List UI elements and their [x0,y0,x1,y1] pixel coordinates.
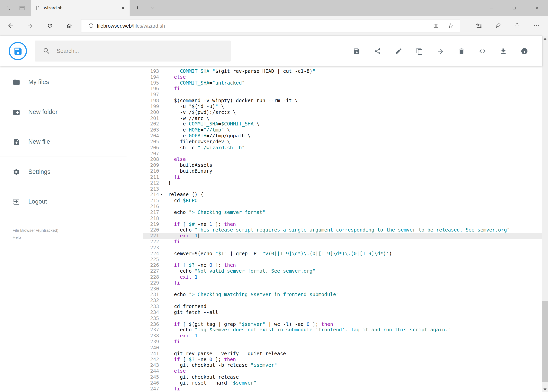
code-line-220[interactable]: 220 echo "This release script requires a… [143,227,542,233]
code-line-245[interactable]: 245 git checkout release [143,374,542,380]
code-line-238[interactable]: 238 exit 1 [143,333,542,339]
tab-list-chevron-icon[interactable] [145,0,160,16]
copy-button[interactable] [409,41,430,62]
code-line-241[interactable]: 241 git rev-parse --verify --quiet relea… [143,350,542,356]
close-button[interactable] [525,0,548,16]
code-line-205[interactable]: 205 filebrowser/dev \ [143,139,542,145]
help-link[interactable]: Help [13,234,143,241]
forward-button[interactable] [20,16,40,36]
code-line-198[interactable]: 198 $(command -v winpty) docker run --rm… [143,98,542,104]
url-text[interactable]: filebrowser.web/files/wizard.sh [97,23,429,28]
save-button[interactable] [346,41,367,62]
code-line-207[interactable]: 207 [143,150,542,156]
code-line-242[interactable]: 242 if [ $? -ne 0 ]; then [143,356,542,362]
code-line-196[interactable]: 196 fi [143,86,542,92]
sidebar-item-my-files[interactable]: My files [0,67,143,97]
code-line-194[interactable]: 194 else [143,74,542,80]
filebrowser-logo[interactable] [9,42,27,60]
code-line-228[interactable]: 228 exit 1 [143,274,542,280]
code-line-199[interactable]: 199 -u "$(id -u)" \ [143,104,542,109]
move-button[interactable] [430,41,451,62]
sidebar-item-settings[interactable]: Settings [0,157,143,187]
code-line-235[interactable]: 235 [143,315,542,321]
favorite-star-icon[interactable] [443,19,458,32]
code-line-211[interactable]: 211 fi [143,174,542,180]
search-bar[interactable] [35,41,231,62]
code-line-195[interactable]: 195 COMMIT_SHA="untracked" [143,80,542,86]
code-line-209[interactable]: 209 buildAssets [143,162,542,168]
scrollbar-thumb[interactable] [542,301,548,382]
code-line-227[interactable]: 227 echo "Not valid semver format. See s… [143,268,542,274]
code-line-243[interactable]: 243 git checkout -b release "$semver" [143,362,542,368]
reading-view-icon[interactable] [429,19,443,32]
hub-favorites-icon[interactable] [469,16,488,36]
scroll-up-icon[interactable] [542,36,548,42]
code-line-226[interactable]: 226 if [ $? -ne 0 ]; then [143,262,542,268]
code-line-212[interactable]: 212} [143,180,542,186]
code-line-213[interactable]: 213 [143,186,542,192]
code-line-236[interactable]: 236 if [ $(git tag | grep "$semver" | wc… [143,321,542,327]
code-line-229[interactable]: 229 fi [143,280,542,286]
info-button[interactable] [514,41,535,62]
code-line-204[interactable]: 204 -e GOPATH=//tmp/gopath \ [143,133,542,139]
code-line-237[interactable]: 237 echo "Tag $semver does not exist in … [143,327,542,333]
code-editor[interactable]: 193 COMMIT_SHA="$(git rev-parse HEAD | c… [143,66,542,392]
code-line-197[interactable]: 197 [143,92,542,98]
code-line-230[interactable]: 230 [143,286,542,292]
code-line-217[interactable]: 217 echo "> Checking semver format" [143,210,542,215]
rename-button[interactable] [388,41,409,62]
code-line-231[interactable]: 231 echo "> Checking matching $semver in… [143,292,542,298]
address-bar[interactable]: filebrowser.web/files/wizard.sh [81,19,460,32]
code-line-232[interactable]: 232 [143,298,542,304]
code-line-244[interactable]: 244 else [143,368,542,374]
code-line-203[interactable]: 203 -e HOME="//tmp" \ [143,127,542,133]
more-options-icon[interactable] [527,16,546,36]
maximize-button[interactable] [503,0,525,16]
code-line-200[interactable]: 200 -v /$(pwd):/src:z \ [143,109,542,115]
code-line-214[interactable]: 214▾release () { [143,192,542,198]
code-line-193[interactable]: 193 COMMIT_SHA="$(git rev-parse HEAD | c… [143,68,542,74]
code-line-224[interactable]: 224 semver=$(echo "$1" | grep -P '^v(0|[… [143,251,542,256]
share-button[interactable] [367,41,388,62]
refresh-button[interactable] [40,16,59,36]
browser-tab[interactable]: wizard.sh [31,0,130,16]
code-line-216[interactable]: 216 [143,203,542,210]
web-note-pen-icon[interactable] [488,16,507,36]
download-button[interactable] [493,41,514,62]
delete-button[interactable] [451,41,472,62]
code-line-218[interactable]: 218 [143,215,542,221]
code-line-206[interactable]: 206 sh -c "./wizard.sh -b" [143,145,542,150]
back-button[interactable] [1,16,20,36]
code-line-221[interactable]: 221 exit 1 [143,233,542,239]
home-button[interactable] [59,16,79,36]
code-line-239[interactable]: 239 fi [143,339,542,345]
code-line-208[interactable]: 208 else [143,156,542,162]
search-input[interactable] [56,48,223,54]
page-scrollbar[interactable] [542,36,548,392]
scroll-down-icon[interactable] [542,386,548,392]
code-line-225[interactable]: 225 [143,256,542,262]
code-line-240[interactable]: 240 [143,345,542,350]
code-line-201[interactable]: 201 -w //src \ [143,115,542,121]
sidebar-item-new-file[interactable]: New file [0,127,143,157]
fold-marker-icon[interactable]: ▾ [159,192,164,198]
new-tab-button[interactable] [130,0,145,16]
tab-preview-icon[interactable] [19,5,25,11]
minimize-button[interactable] [480,0,503,16]
sidebar-item-new-folder[interactable]: New folder [0,97,143,127]
share-page-icon[interactable] [507,16,527,36]
site-info-icon[interactable] [85,23,97,28]
source-code-button[interactable] [472,41,493,62]
tab-close-icon[interactable] [120,6,125,10]
sidebar-item-logout[interactable]: Logout [0,187,143,217]
code-line-246[interactable]: 246 git reset --hard "$semver" [143,380,542,386]
code-line-233[interactable]: 233 cd frontend [143,304,542,309]
code-line-219[interactable]: 219 if [ $# -ne 1 ]; then [143,221,542,227]
set-tabs-aside-icon[interactable] [5,5,11,11]
code-line-202[interactable]: 202 -e COMMIT_SHA=$COMMIT_SHA \ [143,121,542,127]
code-line-234[interactable]: 234 git fetch --all [143,309,542,315]
code-line-210[interactable]: 210 buildBinary [143,168,542,174]
code-line-222[interactable]: 222 fi [143,239,542,245]
code-line-215[interactable]: 215 cd $REPO [143,198,542,203]
code-line-223[interactable]: 223 [143,245,542,251]
